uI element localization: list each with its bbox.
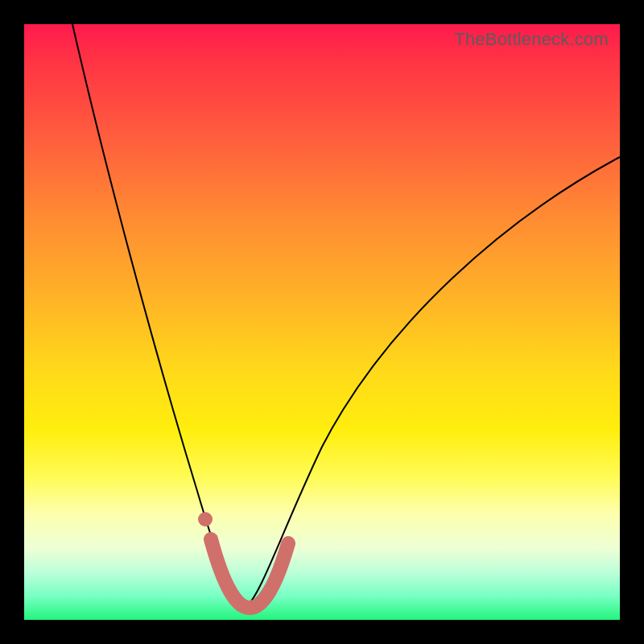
bottleneck-curve <box>72 24 620 608</box>
bottleneck-plot <box>24 24 620 620</box>
optimal-zone-start-dot <box>198 512 213 526</box>
chart-frame: TheBottleneck.com <box>24 24 620 620</box>
